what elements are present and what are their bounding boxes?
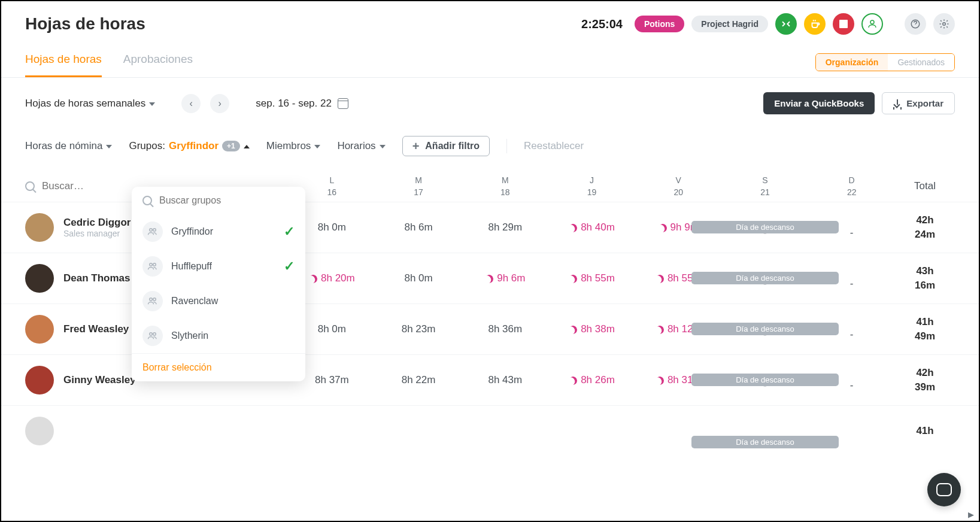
time-cell[interactable]: 8h 40m: [548, 221, 635, 233]
chevron-down-icon: [149, 102, 155, 106]
search-icon: [142, 196, 152, 205]
rest-day-badge: Día de descanso: [691, 221, 839, 233]
time-cell[interactable]: Día de descanso-: [722, 216, 809, 239]
reset-filters[interactable]: Reestablecer: [524, 140, 584, 152]
scope-toggle: Organización Gestionados: [815, 53, 955, 71]
total-cell: 42h39m: [895, 366, 955, 394]
period-select-label: Hojas de horas semanales: [25, 98, 145, 110]
moon-icon: [568, 324, 578, 335]
avatar: [25, 366, 54, 394]
time-cell[interactable]: 8h 43m: [462, 374, 548, 386]
moon-icon: [568, 223, 578, 233]
group-option[interactable]: Gryffindor✓: [132, 214, 305, 249]
avatar: [25, 417, 54, 445]
svg-point-4: [150, 229, 153, 232]
svg-point-11: [153, 333, 156, 336]
download-icon: [893, 99, 902, 108]
group-option-label: Hufflepuff: [171, 261, 275, 272]
settings-icon[interactable]: [933, 13, 955, 35]
filter-schedules-label: Horarios: [337, 140, 375, 152]
time-cell[interactable]: 8h 29m: [462, 221, 548, 233]
project-pill[interactable]: Potions: [635, 16, 684, 32]
time-cell[interactable]: Día de descanso-: [722, 318, 809, 341]
svg-point-6: [150, 263, 153, 266]
filter-payroll[interactable]: Horas de nómina: [25, 140, 112, 152]
moon-icon: [654, 274, 665, 284]
time-cell[interactable]: Día de descanso-: [722, 267, 809, 290]
period-select[interactable]: Hojas de horas semanales: [25, 98, 155, 110]
avatar: [25, 315, 54, 344]
user-icon[interactable]: [861, 13, 883, 35]
user-name: Dean Thomas: [63, 272, 130, 284]
moon-icon: [654, 324, 665, 335]
filter-members[interactable]: Miembros: [266, 140, 321, 152]
moon-icon: [657, 223, 668, 233]
calendar-icon: [338, 98, 348, 109]
time-cell[interactable]: Día de descanso-: [722, 369, 809, 392]
coffee-icon[interactable]: [804, 13, 826, 35]
next-week-button[interactable]: ›: [210, 94, 229, 113]
time-cell[interactable]: 9h 6m: [462, 272, 548, 284]
moon-icon: [654, 375, 665, 386]
search-icon: [25, 181, 35, 191]
total-cell: 42h24m: [895, 213, 955, 242]
plus-icon: +: [412, 140, 420, 152]
stop-icon[interactable]: [833, 13, 854, 35]
time-cell[interactable]: 8h 26m: [548, 374, 635, 386]
moon-icon: [568, 274, 578, 284]
svg-point-8: [150, 298, 153, 301]
time-cell[interactable]: 8h 23m: [375, 323, 462, 335]
avatar: [25, 264, 54, 293]
time-cell[interactable]: 8h 6m: [375, 221, 462, 233]
filter-payroll-label: Horas de nómina: [25, 140, 102, 152]
group-option[interactable]: Hufflepuff✓: [132, 249, 305, 284]
time-cell[interactable]: 8h 55m: [548, 272, 635, 284]
tab-timesheets[interactable]: Hojas de horas: [25, 53, 102, 77]
moon-icon: [568, 375, 578, 386]
chat-widget[interactable]: [927, 473, 961, 506]
filter-members-label: Miembros: [266, 140, 311, 152]
users-icon: [142, 291, 163, 311]
rest-day-badge: Día de descanso: [691, 323, 839, 335]
add-filter-label: Añadir filtro: [425, 141, 480, 151]
running-timer: 2:25:04: [581, 17, 623, 31]
avatar: [25, 213, 54, 242]
svg-point-1: [870, 20, 874, 24]
add-filter-button[interactable]: + Añadir filtro: [402, 136, 490, 156]
help-icon[interactable]: [905, 13, 926, 35]
total-header: Total: [895, 180, 955, 192]
time-cell[interactable]: 8h 38m: [548, 323, 635, 335]
filter-schedules[interactable]: Horarios: [337, 140, 385, 152]
table-row: Día de descanso41h: [1, 405, 979, 456]
filter-groups-label: Grupos:: [129, 140, 165, 152]
svg-point-10: [150, 333, 153, 336]
date-range[interactable]: sep. 16 - sep. 22: [256, 98, 348, 110]
svg-point-5: [153, 229, 156, 232]
groups-search-input[interactable]: [159, 195, 295, 206]
scroll-right-icon[interactable]: ▶: [968, 510, 976, 518]
time-cell[interactable]: 8h 0m: [375, 272, 462, 284]
filter-groups[interactable]: Grupos: Gryffindor +1: [129, 140, 249, 152]
tab-approvals[interactable]: Aprobaciones: [123, 53, 193, 77]
time-cell[interactable]: 8h 22m: [375, 374, 462, 386]
clear-selection[interactable]: Borrar selección: [142, 362, 212, 372]
user-cell[interactable]: [25, 417, 289, 445]
prev-week-button[interactable]: ‹: [181, 94, 201, 113]
group-option[interactable]: Slytherin: [132, 318, 305, 353]
users-icon: [142, 256, 163, 277]
chevron-up-icon: [244, 145, 250, 148]
scope-organization[interactable]: Organización: [816, 54, 888, 71]
export-button[interactable]: Exportar: [882, 92, 955, 114]
svg-rect-0: [839, 20, 848, 28]
moon-icon: [484, 274, 494, 284]
total-cell: 43h16m: [895, 264, 955, 293]
page-title: Hojas de horas: [25, 14, 145, 34]
group-option[interactable]: Ravenclaw: [132, 284, 305, 318]
time-cell[interactable]: 8h 36m: [462, 323, 548, 335]
send-quickbooks-button[interactable]: Enviar a QuickBooks: [763, 92, 875, 114]
client-pill[interactable]: Project Hagrid: [691, 16, 768, 32]
scope-managed[interactable]: Gestionados: [888, 54, 954, 71]
route-icon[interactable]: [775, 13, 797, 35]
export-label: Exportar: [906, 98, 943, 108]
user-role: Sales manager: [63, 229, 131, 238]
